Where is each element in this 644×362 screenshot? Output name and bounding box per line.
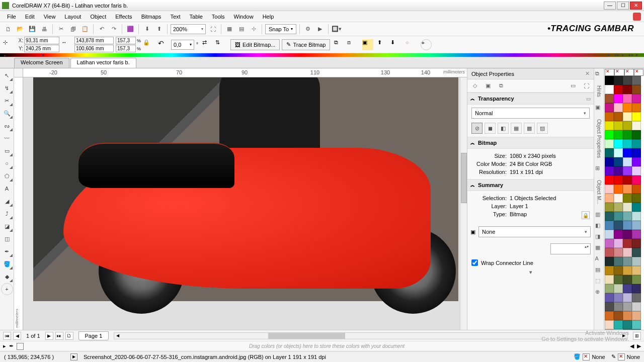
scale-y-input[interactable] (116, 45, 136, 52)
color-swatch[interactable] (614, 257, 623, 266)
color-swatch[interactable] (605, 148, 614, 157)
app-launcher-icon[interactable]: 🔲▾ (332, 24, 342, 34)
vertical-ruler[interactable]: millimeters (14, 77, 23, 330)
color-swatch[interactable] (632, 194, 641, 203)
color-swatch[interactable] (623, 275, 632, 284)
texture-transparency-icon[interactable]: ▨ (537, 123, 548, 134)
color-swatch[interactable] (623, 185, 632, 194)
ellipse-tool-icon[interactable]: ○ (1, 157, 13, 169)
guides-icon[interactable]: ⊹ (249, 24, 259, 34)
color-swatch[interactable] (632, 130, 641, 139)
docker-tab-objmgr[interactable]: Object M... (596, 180, 602, 204)
color-swatch[interactable] (605, 112, 614, 121)
color-swatch[interactable] (632, 139, 641, 148)
color-swatch[interactable] (632, 166, 641, 175)
launch-icon[interactable]: ▶ (315, 24, 325, 34)
color-swatch[interactable] (623, 94, 632, 103)
menu-tools[interactable]: Tools (208, 13, 229, 21)
collapse-icon[interactable]: ︽ (470, 182, 475, 189)
paste-icon[interactable]: 📋 (80, 24, 90, 34)
color-swatch[interactable] (614, 148, 623, 157)
eyedropper-tool-icon[interactable]: ✒ (1, 245, 13, 257)
scroll-left-icon[interactable]: ◀ (114, 333, 121, 339)
palette-nav-left-icon[interactable]: ▸ (4, 53, 9, 58)
color-swatch[interactable] (605, 293, 614, 302)
color-swatch[interactable] (632, 248, 641, 257)
last-page-icon[interactable]: ⏭ (55, 332, 63, 340)
color-swatch[interactable] (632, 266, 641, 275)
color-swatch[interactable] (632, 257, 641, 266)
ruler-origin[interactable] (14, 68, 23, 77)
section-menu-icon[interactable]: ▭ (586, 96, 591, 102)
color-swatch[interactable] (605, 157, 614, 166)
color-swatch[interactable] (614, 185, 623, 194)
color-swatch[interactable] (605, 230, 614, 239)
color-swatch[interactable] (632, 157, 641, 166)
menu-layout[interactable]: Layout (60, 13, 85, 21)
color-swatch[interactable] (632, 275, 641, 284)
color-swatch[interactable] (632, 94, 641, 103)
polygon-tool-icon[interactable]: ⬠ (1, 170, 13, 182)
collapse-icon[interactable]: ︽ (470, 140, 475, 146)
color-swatch[interactable] (623, 76, 632, 85)
collapse-icon[interactable]: ︽ (470, 96, 475, 102)
strip-nav-icon[interactable]: ▸ (608, 52, 614, 58)
color-swatch[interactable] (623, 85, 632, 94)
color-swatch[interactable] (623, 139, 632, 148)
parallel-dim-icon[interactable]: ◢ (1, 195, 13, 207)
scrollbar-thumb[interactable] (268, 333, 345, 339)
palette-no-color-icon[interactable]: ✕ (41, 53, 46, 58)
color-swatch[interactable] (605, 185, 614, 194)
trace-bitmap-button[interactable]: ✎Trace Bitmap (282, 39, 330, 50)
docker-icon[interactable]: ▤ (595, 266, 603, 275)
artistic-media-icon[interactable]: 〰 (1, 132, 13, 144)
height-input[interactable] (74, 45, 114, 52)
color-swatch[interactable] (623, 266, 632, 275)
panel-opts-icon[interactable]: ▭ (569, 81, 578, 90)
color-swatch[interactable] (614, 212, 623, 221)
edit-bitmap-button[interactable]: 🖼Edit Bitmap... (230, 39, 280, 50)
docker-icon[interactable]: A (595, 255, 603, 263)
color-swatch[interactable] (614, 239, 623, 248)
mirror-h-icon[interactable]: ⇄ (202, 39, 213, 50)
next-page-icon[interactable]: ▶ (45, 332, 53, 340)
color-swatch[interactable] (623, 175, 632, 185)
freehand-tool-icon[interactable]: ᔓ (1, 120, 13, 132)
docker-icon[interactable]: ▥ (595, 211, 603, 219)
docker-add-icon[interactable]: ⊕ (595, 289, 603, 297)
wrap-style-combo[interactable]: None (478, 226, 591, 237)
color-swatch[interactable] (623, 293, 632, 302)
color-swatch[interactable] (623, 221, 632, 230)
color-swatch[interactable] (623, 239, 632, 248)
color-swatch[interactable] (614, 112, 623, 121)
color-swatch[interactable] (614, 320, 623, 329)
color-swatch[interactable] (614, 248, 623, 257)
crop-icon[interactable]: ⧉ (334, 39, 345, 50)
docker-tab-props[interactable]: Object Properties (596, 119, 602, 158)
color-swatch[interactable] (605, 257, 614, 266)
undo-icon[interactable]: ↶ (97, 24, 107, 34)
color-swatch[interactable] (632, 76, 641, 85)
color-swatch[interactable] (623, 212, 632, 221)
palette-scroll-right-icon[interactable]: ▶ (637, 343, 641, 349)
color-swatch[interactable] (605, 203, 614, 212)
color-swatch[interactable] (632, 284, 641, 293)
uniform-transparency-icon[interactable]: ◼ (485, 123, 496, 134)
color-swatch[interactable] (605, 76, 614, 85)
fullscreen-icon[interactable]: ⛶ (208, 24, 218, 34)
color-swatch[interactable] (614, 266, 623, 275)
color-swatch[interactable] (614, 76, 623, 85)
horizontal-ruler[interactable]: -20507090110130140 millimeters (23, 68, 467, 77)
docker-icon[interactable]: ⊞ (595, 165, 603, 173)
blend-mode-combo[interactable]: Normal (471, 108, 590, 119)
maximize-button[interactable]: ☐ (617, 2, 629, 10)
menu-bitmaps[interactable]: Bitmaps (137, 13, 166, 21)
options-icon[interactable]: ⚙ (303, 24, 313, 34)
no-fill-swatch[interactable] (605, 69, 614, 76)
fill-indicator[interactable]: 🪣None (574, 353, 605, 360)
palette-eyedrop-icon[interactable]: ✒ (9, 343, 14, 349)
color-swatch[interactable] (614, 221, 623, 230)
print-icon[interactable]: 🖶 (39, 24, 49, 34)
color-swatch[interactable] (614, 139, 623, 148)
grid-icon[interactable]: ▤ (236, 24, 247, 34)
